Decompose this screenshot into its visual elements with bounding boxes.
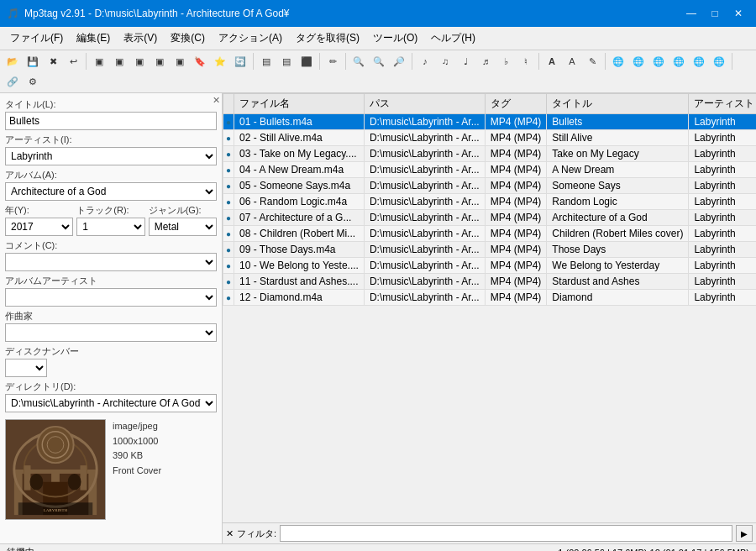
tb-music4[interactable]: ♬ — [476, 52, 495, 71]
table-row[interactable]: ● 03 - Take on My Legacy.... D:\music\La… — [223, 146, 757, 162]
tb-net2[interactable]: 🌐 — [629, 52, 648, 71]
tb-search1[interactable]: 🔍 — [349, 52, 368, 71]
year-select[interactable]: 2017 — [5, 218, 73, 236]
tb-music2[interactable]: ♫ — [436, 52, 454, 71]
table-row[interactable]: ● 10 - We Belong to Yeste.... D:\music\L… — [223, 258, 757, 274]
cell-path: D:\music\Labyrinth - Ar... — [364, 146, 485, 162]
menu-edit[interactable]: 編集(E) — [70, 29, 117, 48]
close-left-panel[interactable]: ✕ — [213, 95, 220, 106]
genre-select[interactable]: Metal — [149, 218, 217, 236]
tb-textA[interactable]: A — [543, 52, 561, 71]
tb-search3[interactable]: 🔎 — [390, 52, 408, 71]
title-input[interactable] — [5, 112, 217, 130]
tb-music6[interactable]: ♮ — [517, 52, 535, 71]
tb-edit[interactable]: ✏ — [323, 52, 342, 71]
table-row[interactable]: ● 11 - Stardust and Ashes.... D:\music\L… — [223, 274, 757, 290]
directory-select[interactable]: D:\music\Labyrinth - Architecture Of A G… — [5, 394, 217, 412]
tb-tag1[interactable]: 🔖 — [191, 52, 209, 71]
comment-select[interactable] — [5, 253, 217, 271]
tb-copy2[interactable]: ▣ — [110, 52, 129, 71]
tb-copy1[interactable]: ▣ — [90, 52, 108, 71]
toolbar-sep-8 — [732, 53, 732, 70]
row-status-icon: ● — [223, 130, 234, 146]
album-art-image[interactable]: LABYRINTH — [5, 419, 106, 520]
genre-field-group: ジャンル(G): Metal — [149, 204, 217, 236]
filter-input[interactable] — [280, 525, 732, 542]
tb-search2[interactable]: 🔍 — [370, 52, 388, 71]
artist-select[interactable]: Labyrinth — [5, 147, 217, 165]
art-dimensions: 1000x1000 — [113, 434, 161, 449]
filter-arrow-button[interactable]: ▶ — [736, 525, 753, 542]
album-select[interactable]: Architecture of a God — [5, 182, 217, 201]
tb-net3[interactable]: 🌐 — [649, 52, 668, 71]
tb-copy3[interactable]: ▣ — [130, 52, 149, 71]
tb-pen[interactable]: ✎ — [583, 52, 601, 71]
table-row[interactable]: ● 08 - Children (Robert Mi... D:\music\L… — [223, 226, 757, 242]
cell-tag: MP4 (MP4) — [485, 274, 547, 290]
tb-list2[interactable]: ▤ — [277, 52, 296, 71]
tb-music3[interactable]: ♩ — [456, 52, 475, 71]
cell-artist: Labyrinth — [689, 290, 756, 306]
minimize-button[interactable]: — — [680, 5, 702, 22]
col-title[interactable]: タイトル — [547, 94, 689, 114]
table-row[interactable]: ● 09 - Those Days.m4a D:\music\Labyrinth… — [223, 242, 757, 258]
table-row[interactable]: ● 06 - Random Logic.m4a D:\music\Labyrin… — [223, 194, 757, 210]
table-row[interactable]: ● 02 - Still Alive.m4a D:\music\Labyrint… — [223, 130, 757, 146]
tb-link[interactable]: 🔗 — [3, 72, 22, 91]
composer-select[interactable] — [5, 323, 217, 342]
menu-help[interactable]: ヘルプ(H) — [424, 29, 482, 48]
artist-label: アーティスト(I): — [5, 134, 217, 146]
album-art-svg: LABYRINTH — [6, 419, 105, 520]
tb-star[interactable]: ⭐ — [211, 52, 229, 71]
cell-title: Random Logic — [547, 194, 689, 210]
menu-bar: ファイル(F) 編集(E) 表示(V) 変換(C) アクション(A) タグを取得… — [0, 27, 756, 50]
album-artist-select[interactable] — [5, 288, 217, 307]
menu-tools[interactable]: ツール(O) — [366, 29, 424, 48]
cell-tag: MP4 (MP4) — [485, 210, 547, 226]
menu-actions[interactable]: アクション(A) — [212, 29, 289, 48]
tb-undo[interactable]: ↩ — [64, 52, 82, 71]
album-art-info: image/jpeg 1000x1000 390 KB Front Cover — [113, 419, 161, 478]
tb-list1[interactable]: ▤ — [257, 52, 276, 71]
status-left: 待機中 — [7, 546, 34, 551]
col-filename[interactable]: ファイル名 — [234, 94, 365, 114]
col-tag[interactable]: タグ — [485, 94, 547, 114]
tb-net6[interactable]: 🌐 — [710, 52, 728, 71]
menu-view[interactable]: 表示(V) — [117, 29, 164, 48]
close-button[interactable]: ✕ — [727, 5, 749, 22]
tb-net1[interactable]: 🌐 — [609, 52, 627, 71]
menu-convert[interactable]: 変換(C) — [164, 29, 212, 48]
track-select[interactable]: 1 — [76, 218, 144, 236]
disc-select[interactable] — [5, 359, 47, 377]
cell-path: D:\music\Labyrinth - Ar... — [364, 274, 485, 290]
tb-open[interactable]: 📂 — [3, 52, 22, 71]
tb-music1[interactable]: ♪ — [416, 52, 434, 71]
table-row[interactable]: ● 04 - A New Dream.m4a D:\music\Labyrint… — [223, 162, 757, 178]
tb-music5[interactable]: ♭ — [496, 52, 515, 71]
col-artist[interactable]: アーティスト — [689, 94, 756, 114]
tb-net4[interactable]: 🌐 — [669, 52, 688, 71]
table-row[interactable]: ● 07 - Architecture of a G... D:\music\L… — [223, 210, 757, 226]
status-dot: ● — [226, 118, 231, 127]
tb-refresh[interactable]: 🔄 — [231, 52, 249, 71]
maximize-button[interactable]: □ — [704, 5, 726, 22]
col-icon[interactable] — [223, 94, 234, 114]
table-row[interactable]: ● 01 - Bullets.m4a D:\music\Labyrinth - … — [223, 114, 757, 130]
menu-file[interactable]: ファイル(F) — [3, 29, 70, 48]
tb-textA2[interactable]: A — [563, 52, 581, 71]
tb-net5[interactable]: 🌐 — [690, 52, 708, 71]
col-path[interactable]: パス — [364, 94, 485, 114]
status-dot: ● — [226, 213, 231, 223]
year-field-group: 年(Y): 2017 — [5, 204, 73, 236]
tb-save[interactable]: 💾 — [24, 52, 42, 71]
tb-delete[interactable]: ✖ — [44, 52, 62, 71]
toolbar-sep-7 — [605, 53, 606, 70]
tb-settings[interactable]: ⚙ — [24, 72, 42, 91]
tb-block[interactable]: ⬛ — [297, 52, 316, 71]
composer-label: 作曲家 — [5, 310, 217, 323]
tb-copy5[interactable]: ▣ — [171, 52, 189, 71]
tb-copy4[interactable]: ▣ — [150, 52, 169, 71]
table-row[interactable]: ● 05 - Someone Says.m4a D:\music\Labyrin… — [223, 178, 757, 194]
menu-get-tags[interactable]: タグを取得(S) — [289, 29, 366, 48]
table-row[interactable]: ● 12 - Diamond.m4a D:\music\Labyrinth - … — [223, 290, 757, 306]
